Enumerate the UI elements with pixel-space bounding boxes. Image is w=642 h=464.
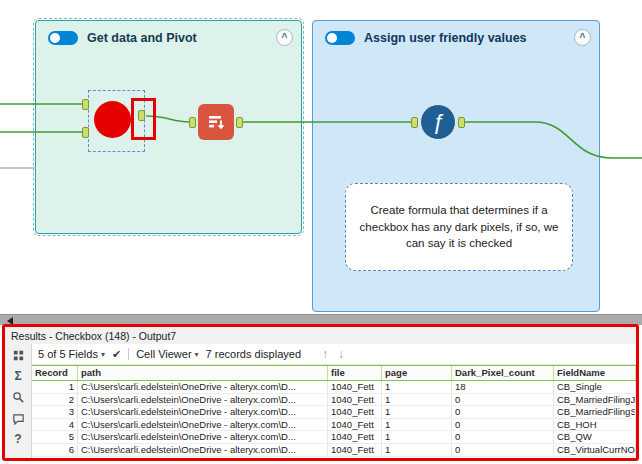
- table-cell[interactable]: CB_MarriedFilingJointly: [554, 394, 636, 406]
- table-cell[interactable]: C:\Users\carli.edelstein\OneDrive - alte…: [78, 457, 328, 458]
- table-cell[interactable]: 1: [382, 394, 452, 406]
- table-cell[interactable]: 5: [32, 431, 78, 443]
- table-cell[interactable]: 1040_Fett: [328, 419, 382, 431]
- table-cell[interactable]: 0: [452, 431, 554, 443]
- table-cell[interactable]: 1040_Fett: [328, 457, 382, 458]
- table-cell[interactable]: C:\Users\carli.edelstein\OneDrive - alte…: [78, 431, 328, 443]
- container-enable-toggle[interactable]: [48, 31, 78, 45]
- column-header-record[interactable]: Record: [32, 366, 78, 380]
- table-cell[interactable]: C:\Users\carli.edelstein\OneDrive - alte…: [78, 394, 328, 406]
- cell-viewer-dropdown[interactable]: Cell Viewer ▾: [136, 348, 198, 360]
- table-row: 2C:\Users\carli.edelstein\OneDrive - alt…: [32, 394, 636, 407]
- table-cell[interactable]: C:\Users\carli.edelstein\OneDrive - alte…: [78, 381, 328, 393]
- collapse-container-button[interactable]: ^: [276, 29, 293, 46]
- table-cell[interactable]: 1: [382, 419, 452, 431]
- table-cell[interactable]: 1040_Fett: [328, 394, 382, 406]
- table-cell[interactable]: C:\Users\carli.edelstein\OneDrive - alte…: [78, 406, 328, 418]
- container-enable-toggle[interactable]: [325, 31, 355, 45]
- table-cell[interactable]: CB_HOH: [554, 419, 636, 431]
- comment-text: Create formula that determines if a chec…: [358, 202, 560, 252]
- apply-check-icon[interactable]: ✔: [112, 348, 121, 361]
- input-anchor[interactable]: [82, 99, 89, 110]
- table-cell[interactable]: CB_Single: [554, 381, 636, 393]
- table-row: 4C:\Users\carli.edelstein\OneDrive - alt…: [32, 419, 636, 432]
- chevron-down-icon: ▾: [101, 350, 105, 359]
- results-left-rail: Σ ?: [5, 344, 31, 458]
- table-cell[interactable]: C:\Users\carli.edelstein\OneDrive - alte…: [78, 444, 328, 456]
- input-anchor[interactable]: [189, 117, 196, 128]
- table-cell[interactable]: 1040_Fett: [328, 381, 382, 393]
- column-header-dark_pixel_count[interactable]: Dark_Pixel_count: [452, 366, 554, 380]
- table-cell[interactable]: 4: [32, 419, 78, 431]
- sigma-icon: Σ: [14, 369, 21, 383]
- table-cell[interactable]: 1: [382, 406, 452, 418]
- fields-dropdown-label: 5 of 5 Fields: [38, 348, 98, 360]
- tool-container-get-data-and-pivot[interactable]: Get data and Pivot ^: [35, 20, 302, 234]
- table-cell[interactable]: 7: [32, 457, 78, 458]
- output-anchor[interactable]: [236, 117, 243, 128]
- cell-viewer-label: Cell Viewer: [136, 348, 191, 360]
- chevron-down-icon: ▾: [195, 350, 199, 359]
- input-anchor[interactable]: [82, 127, 89, 138]
- table-cell[interactable]: CB_VirtualCurrNO: [554, 444, 636, 456]
- table-cell[interactable]: 20: [452, 457, 554, 458]
- table-cell[interactable]: C:\Users\carli.edelstein\OneDrive - alte…: [78, 419, 328, 431]
- scroll-up-icon[interactable]: ↑: [322, 347, 328, 361]
- search-data-button[interactable]: [9, 388, 27, 406]
- table-cell[interactable]: CB_QW: [554, 431, 636, 443]
- output-anchor[interactable]: [458, 117, 465, 128]
- toolbar-separator: [128, 348, 129, 360]
- table-cell[interactable]: CB_VirtualCurrYES: [554, 457, 636, 458]
- notes-button[interactable]: [9, 409, 27, 427]
- workflow-canvas[interactable]: Get data and Pivot ^ Assign user friendl…: [0, 0, 642, 316]
- formula-tool-icon: ƒ: [432, 109, 444, 135]
- grid-header-row: RecordpathfilepageDark_Pixel_countFieldN…: [32, 365, 636, 381]
- table-cell[interactable]: 1: [382, 381, 452, 393]
- table-cell[interactable]: 3: [32, 406, 78, 418]
- table-cell[interactable]: 1: [382, 457, 452, 458]
- column-header-path[interactable]: path: [78, 366, 328, 380]
- table-cell[interactable]: 0: [452, 406, 554, 418]
- formula-tool[interactable]: ƒ: [420, 104, 456, 140]
- container-title: Assign user friendly values: [364, 31, 527, 45]
- container-title: Get data and Pivot: [87, 31, 197, 45]
- red-circle-annotation: [94, 101, 131, 138]
- table-row: 1C:\Users\carli.edelstein\OneDrive - alt…: [32, 381, 636, 394]
- comment-box[interactable]: Create formula that determines if a chec…: [345, 183, 573, 271]
- table-cell[interactable]: 1040_Fett: [328, 444, 382, 456]
- table-cell[interactable]: 1040_Fett: [328, 431, 382, 443]
- question-icon: ?: [14, 432, 21, 446]
- table-cell[interactable]: CB_MarriedFilingSeparately: [554, 406, 636, 418]
- chevron-up-icon: ^: [580, 33, 586, 43]
- table-cell[interactable]: 1: [382, 431, 452, 443]
- table-cell[interactable]: 0: [452, 419, 554, 431]
- column-header-file[interactable]: file: [328, 366, 382, 380]
- comment-icon: [12, 412, 25, 425]
- table-cell[interactable]: 18: [452, 381, 554, 393]
- table-cell[interactable]: 2: [32, 394, 78, 406]
- table-cell[interactable]: 1: [32, 381, 78, 393]
- table-cell[interactable]: 0: [452, 444, 554, 456]
- red-rectangle-annotation: [131, 98, 156, 140]
- table-view-button[interactable]: [9, 346, 27, 364]
- help-button[interactable]: ?: [9, 430, 27, 448]
- column-header-fieldname[interactable]: FieldName: [554, 366, 636, 380]
- profile-button[interactable]: Σ: [9, 367, 27, 385]
- collapse-container-button[interactable]: ^: [574, 29, 591, 46]
- fields-dropdown[interactable]: 5 of 5 Fields ▾: [38, 348, 105, 360]
- table-cell[interactable]: 1: [382, 444, 452, 456]
- table-view-icon: [12, 349, 25, 362]
- chevron-up-icon: ^: [282, 33, 288, 43]
- table-row: 5C:\Users\carli.edelstein\OneDrive - alt…: [32, 431, 636, 444]
- table-cell[interactable]: 6: [32, 444, 78, 456]
- results-grid: RecordpathfilepageDark_Pixel_countFieldN…: [32, 365, 636, 458]
- records-displayed-text: 7 records displayed: [206, 348, 301, 360]
- table-cell[interactable]: 1040_Fett: [328, 406, 382, 418]
- scroll-down-icon[interactable]: ↓: [338, 347, 344, 361]
- toggle-knob: [327, 33, 337, 43]
- column-header-page[interactable]: page: [382, 366, 452, 380]
- table-cell[interactable]: 0: [452, 394, 554, 406]
- container-header: Get data and Pivot ^: [36, 21, 301, 46]
- pivot-tool[interactable]: [198, 104, 234, 140]
- input-anchor[interactable]: [411, 117, 418, 128]
